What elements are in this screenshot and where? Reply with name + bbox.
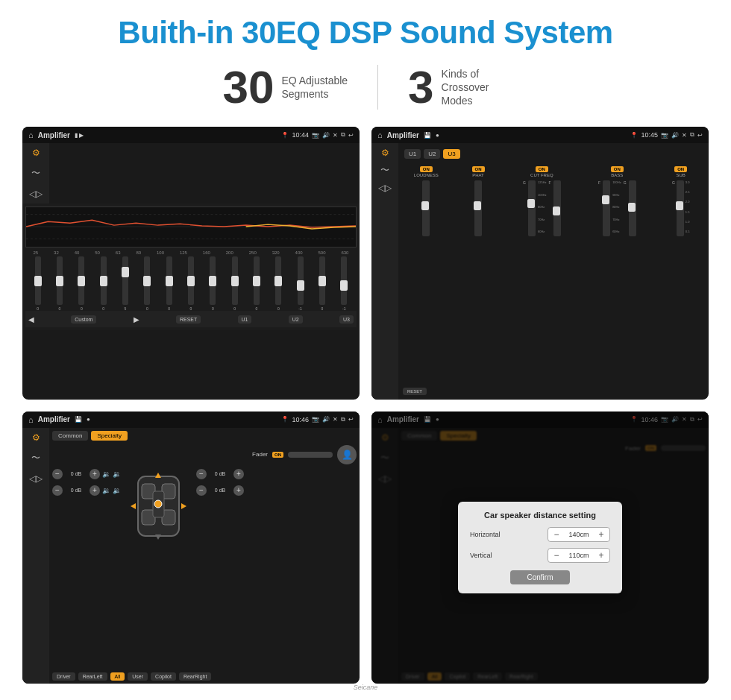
speaker-icon-tl: 🔉: [102, 470, 110, 478]
crossover-channels: ON LOUDNESS ON PHAT: [401, 165, 706, 383]
home-icon-sp[interactable]: ⌂: [28, 415, 34, 424]
preset-u2[interactable]: U2: [424, 149, 440, 159]
btn-driver[interactable]: Driver: [52, 672, 75, 681]
fader-slider[interactable]: [288, 452, 333, 458]
plus-tr[interactable]: +: [233, 469, 244, 479]
channel-cutfreq: ON CUT FREQ G 125Hz 100Hz 80Hz: [505, 165, 578, 383]
btn-copilot[interactable]: Copilot: [151, 672, 176, 681]
eq-slider-6[interactable]: 0: [144, 256, 150, 311]
db-control-bl: − 0 dB + 🔉 🔉: [52, 485, 121, 496]
db-val-br: 0 dB: [209, 488, 231, 493]
phat-on[interactable]: ON: [472, 166, 485, 172]
cutfreq-g-slider[interactable]: [528, 180, 536, 236]
eq-slider-14[interactable]: 0: [319, 256, 325, 311]
minus-tl[interactable]: −: [52, 469, 63, 479]
minus-tr[interactable]: −: [196, 469, 207, 479]
loudness-on[interactable]: ON: [420, 166, 433, 172]
eq-icon-sp[interactable]: ⚙: [32, 432, 40, 443]
phat-slider[interactable]: [474, 180, 482, 236]
eq-slider-8[interactable]: 0: [188, 256, 194, 311]
sub-on[interactable]: ON: [674, 166, 687, 172]
eq-slider-15[interactable]: -1: [341, 256, 347, 311]
bass-controls: F 100Hz 90Hz 80Hz 70Hz 60Hz: [598, 179, 636, 238]
eq-slider-12[interactable]: 0: [275, 256, 281, 311]
bass-g-slider[interactable]: [629, 180, 636, 236]
btn-all[interactable]: All: [110, 672, 125, 681]
eq-slider-5[interactable]: 5: [122, 256, 128, 311]
fader-on-badge[interactable]: ON: [272, 452, 283, 458]
cutfreq-f-slider[interactable]: [553, 180, 561, 236]
bass-on[interactable]: ON: [611, 166, 624, 172]
plus-br[interactable]: +: [233, 485, 244, 496]
eq-slider-9[interactable]: 0: [210, 256, 216, 311]
eq-icon-cr[interactable]: ⚙: [381, 148, 389, 158]
dialog-overlay: Car speaker distance setting Horizontal …: [371, 412, 709, 684]
u3-btn-eq[interactable]: U3: [339, 315, 354, 324]
save-icon-cr: 💾: [424, 132, 431, 139]
close-icon-sp[interactable]: ✕: [333, 416, 338, 423]
vol-panel-icon[interactable]: ◁▷: [29, 189, 43, 199]
home-icon-cr[interactable]: ⌂: [377, 130, 383, 139]
btn-rearright[interactable]: RearRight: [179, 672, 212, 681]
eq-slider-4[interactable]: 0: [101, 256, 107, 311]
vol-icon-sp2[interactable]: ◁▷: [29, 473, 43, 484]
db-control-br: − 0 dB +: [196, 485, 244, 496]
tab-specialty[interactable]: Specialty: [91, 431, 127, 441]
preset-u3[interactable]: U3: [443, 149, 459, 159]
next-icon[interactable]: ▶: [134, 315, 139, 324]
wave-icon-cr[interactable]: 〜: [380, 164, 389, 177]
statusbar-left-eq: ⌂ Amplifier ▮ ▶: [28, 130, 84, 139]
eq-slider-1[interactable]: 0: [35, 256, 41, 311]
minus-bl[interactable]: −: [52, 485, 63, 496]
eq-panel-icon[interactable]: ⚙: [32, 148, 40, 158]
btn-user[interactable]: User: [128, 672, 148, 681]
horizontal-minus[interactable]: −: [551, 529, 562, 540]
u1-btn-eq[interactable]: U1: [238, 315, 252, 324]
screen-specialty: ⌂ Amplifier 💾 ● 📍 10:46 📷 🔊 ✕ ⧉ ↩ ⚙: [22, 412, 360, 684]
sub-name: SUB: [677, 173, 685, 177]
plus-bl[interactable]: +: [90, 485, 100, 496]
eq-slider-10[interactable]: 0: [232, 256, 238, 311]
wave-icon-sp[interactable]: 〜: [31, 452, 40, 464]
eq-slider-2[interactable]: 0: [57, 256, 63, 311]
eq-bottom-bar: ◀ Custom ▶ RESET U1 U2 U3: [25, 311, 357, 327]
vol-icon-cr2[interactable]: ◁▷: [378, 183, 392, 193]
close-icon-cr[interactable]: ✕: [682, 132, 687, 139]
eq-slider-13[interactable]: -1: [298, 256, 304, 311]
eq-slider-11[interactable]: 0: [254, 256, 260, 311]
minus-br[interactable]: −: [196, 485, 207, 496]
eq-slider-3[interactable]: 0: [78, 256, 84, 311]
bass-f-slider[interactable]: [603, 180, 610, 236]
plus-tl[interactable]: +: [90, 469, 100, 479]
tab-common[interactable]: Common: [52, 431, 88, 441]
statusbar-left-cr: ⌂ Amplifier 💾 ●: [377, 130, 439, 139]
pin-icon-cr: 📍: [630, 132, 638, 139]
custom-btn[interactable]: Custom: [71, 315, 96, 324]
horizontal-input[interactable]: − 140cm +: [548, 527, 610, 542]
preset-u1[interactable]: U1: [404, 149, 421, 159]
reset-btn-cr[interactable]: RESET: [403, 388, 427, 395]
close-icon-eq[interactable]: ✕: [333, 132, 338, 139]
fader-row: Fader ON 👤: [52, 445, 357, 464]
cutfreq-on[interactable]: ON: [536, 166, 548, 172]
sub-g-slider[interactable]: [677, 180, 684, 236]
statusbar-right-cr: 📍 10:45 📷 🔊 ✕ ⧉ ↩: [630, 131, 703, 139]
back-icon-cr[interactable]: ↩: [697, 132, 703, 139]
eq-slider-7[interactable]: 0: [166, 256, 172, 311]
u2-btn-eq[interactable]: U2: [289, 315, 303, 324]
btn-rearleft[interactable]: RearLeft: [78, 672, 107, 681]
eq-body: ⚙ 〜 ◁▷: [22, 143, 360, 330]
bass-name: BASS: [611, 173, 623, 177]
vertical-minus[interactable]: −: [551, 550, 562, 561]
reset-btn-eq[interactable]: RESET: [176, 315, 201, 324]
wave-panel-icon[interactable]: 〜: [31, 167, 40, 180]
back-icon-sp[interactable]: ↩: [348, 416, 354, 423]
prev-icon[interactable]: ◀: [28, 315, 34, 324]
horizontal-plus[interactable]: +: [596, 529, 606, 540]
vertical-input[interactable]: − 110cm +: [548, 548, 610, 563]
loudness-slider[interactable]: [422, 180, 430, 236]
confirm-button[interactable]: Confirm: [510, 570, 570, 584]
back-icon-eq[interactable]: ↩: [348, 132, 354, 139]
home-icon[interactable]: ⌂: [28, 130, 34, 139]
vertical-plus[interactable]: +: [596, 550, 606, 561]
